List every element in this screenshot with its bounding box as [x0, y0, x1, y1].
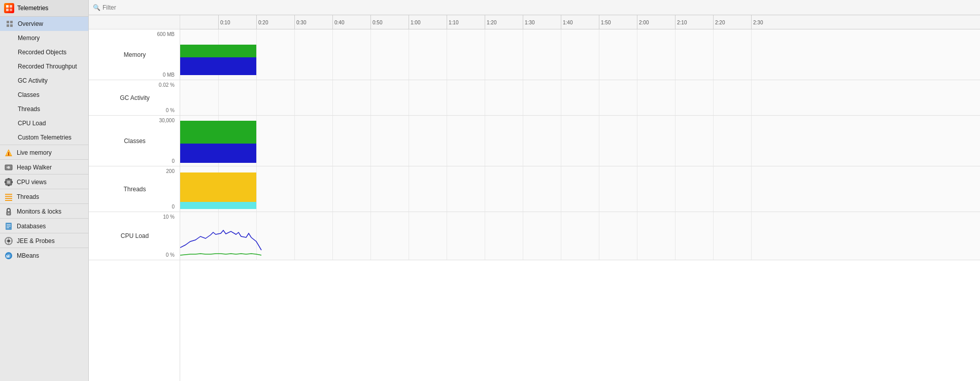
grid-line	[485, 166, 485, 212]
sidebar-item-memory[interactable]: Memory	[0, 31, 88, 45]
grid-line	[294, 29, 295, 80]
chart-rows	[180, 29, 980, 381]
time-tick-1-30: 1:30	[523, 15, 534, 29]
grid-line	[370, 29, 371, 80]
sidebar-item-mbeans[interactable]: M MBeans	[0, 248, 88, 262]
live-memory-icon	[4, 148, 13, 157]
time-tick-0-30: 0:30	[294, 15, 306, 29]
svg-rect-0	[6, 5, 9, 8]
sidebar-item-heap-walker[interactable]: Heap Walker	[0, 159, 88, 174]
time-axis: 0:100:200:300:400:501:001:101:201:301:40…	[180, 15, 980, 29]
svg-rect-5	[10, 21, 13, 23]
cpu-load-label: CPU Load	[18, 120, 46, 127]
cpu-label-text: CPU Load	[121, 232, 149, 239]
sidebar-item-custom-telemetries[interactable]: Custom Telemetries	[0, 130, 88, 145]
jee-probes-icon	[4, 236, 13, 246]
cpu-load-icon	[5, 119, 14, 128]
svg-point-26	[8, 213, 10, 215]
recorded-throughput-label: Recorded Throughput	[18, 63, 77, 70]
grid-line	[561, 29, 561, 80]
app-icon	[4, 3, 14, 13]
svg-rect-17	[5, 181, 6, 183]
monitors-icon	[4, 207, 13, 216]
classes-label: Classes	[18, 91, 40, 98]
grid-line	[561, 116, 561, 166]
grid-line	[294, 116, 295, 166]
grid-line	[370, 80, 371, 115]
cpu-views-icon	[4, 178, 13, 187]
recorded-throughput-icon	[5, 62, 14, 71]
cpu-load-svg	[180, 212, 980, 260]
svg-rect-30	[7, 227, 9, 228]
time-tick-1-20: 1:20	[485, 15, 496, 29]
grid-line	[751, 80, 752, 115]
cpu-bottom-scale: 0 %	[93, 252, 177, 258]
cpu-views-label: CPU views	[17, 179, 47, 186]
sidebar: Telemetries Overview Memory Recorded Obj…	[0, 0, 89, 381]
sidebar-item-recorded-throughput[interactable]: Recorded Throughput	[0, 59, 88, 74]
threads-yellow-bar	[180, 172, 256, 202]
grid-line	[485, 116, 485, 166]
sidebar-item-recorded-objects[interactable]: Recorded Objects	[0, 45, 88, 59]
filter-icon: 🔍	[93, 4, 100, 11]
grid-line	[256, 116, 257, 166]
memory-row-label: 600 MB Memory 0 MB	[89, 29, 180, 80]
classes-row-label: 30,000 Classes 0	[89, 116, 180, 166]
sidebar-item-threads-section[interactable]: Threads	[0, 189, 88, 203]
svg-rect-6	[7, 24, 9, 27]
svg-rect-22	[5, 196, 12, 197]
chart-container: 600 MB Memory 0 MB 0.02 % GC Activity 0 …	[89, 15, 980, 381]
time-tick-1-10: 1:10	[447, 15, 458, 29]
time-tick-2-20: 2:20	[713, 15, 725, 29]
sidebar-item-overview[interactable]: Overview	[0, 17, 88, 31]
svg-rect-1	[10, 5, 12, 8]
custom-telemetries-icon	[5, 133, 14, 142]
sidebar-item-gc-activity[interactable]: GC Activity	[0, 74, 88, 88]
sidebar-item-classes[interactable]: Classes	[0, 88, 88, 102]
classes-bottom-scale: 0	[93, 158, 177, 164]
monitors-locks-label: Monitors & locks	[17, 208, 61, 215]
grid-line	[485, 29, 485, 80]
grid-line	[447, 116, 447, 166]
grid-line	[599, 29, 599, 80]
threads-row-label: 200 Threads 0	[89, 166, 180, 212]
databases-icon	[4, 222, 13, 231]
gc-top-scale: 0.02 %	[93, 82, 177, 88]
filter-input[interactable]	[103, 4, 976, 11]
time-tick-2-30: 2:30	[751, 15, 763, 29]
sidebar-item-threads-sub[interactable]: Threads	[0, 102, 88, 116]
gc-chart-row	[180, 80, 980, 116]
threads-icon	[5, 105, 14, 114]
databases-label: Databases	[17, 223, 46, 230]
time-tick-0-40: 0:40	[332, 15, 344, 29]
threads-label: Threads	[18, 106, 40, 113]
grid-line	[713, 166, 714, 212]
grid-line	[713, 116, 714, 166]
grid-line	[256, 29, 257, 80]
memory-top-scale: 600 MB	[93, 31, 177, 37]
svg-rect-3	[10, 9, 12, 11]
grid-line	[637, 80, 637, 115]
grid-line	[751, 116, 752, 166]
sidebar-item-cpu-load[interactable]: CPU Load	[0, 116, 88, 130]
sidebar-item-live-memory[interactable]: Live memory	[0, 145, 88, 159]
live-memory-label: Live memory	[17, 149, 52, 156]
svg-rect-23	[5, 198, 12, 199]
grid-line	[523, 80, 523, 115]
sidebar-header: Telemetries	[0, 0, 88, 17]
app-title: Telemetries	[17, 5, 48, 12]
grid-line	[256, 80, 257, 115]
svg-rect-14	[7, 167, 8, 168]
cpu-row-label: 10 % CPU Load 0 %	[89, 212, 180, 260]
sidebar-item-databases[interactable]: Databases	[0, 218, 88, 233]
svg-rect-28	[7, 224, 11, 225]
chart-scroll[interactable]: 0:100:200:300:400:501:001:101:201:301:40…	[180, 15, 980, 381]
recorded-objects-icon	[5, 48, 14, 57]
threads-label-text: Threads	[123, 186, 146, 193]
y-axis-labels: 600 MB Memory 0 MB 0.02 % GC Activity 0 …	[89, 15, 180, 381]
sidebar-item-cpu-views[interactable]: CPU views	[0, 174, 88, 189]
sidebar-item-jee-probes[interactable]: JEE & Probes	[0, 233, 88, 248]
grid-line	[751, 166, 752, 212]
chart-inner: 0:100:200:300:400:501:001:101:201:301:40…	[180, 15, 980, 381]
sidebar-item-monitors-locks[interactable]: Monitors & locks	[0, 203, 88, 218]
